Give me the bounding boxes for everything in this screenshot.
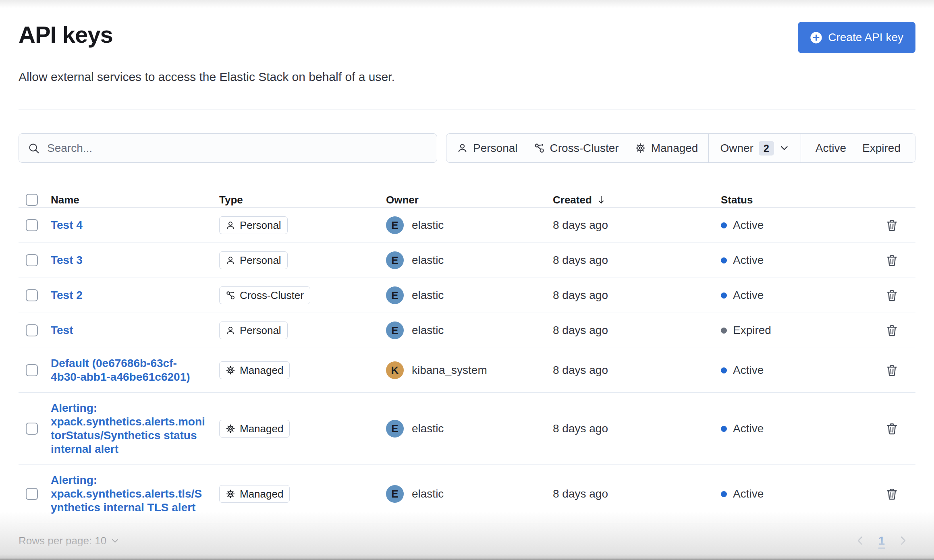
filter-managed[interactable]: Managed [627,134,706,162]
chevron-left-icon [854,535,866,547]
page-description: Allow external services to access the El… [19,70,915,84]
filter-active-label: Active [816,142,846,155]
filter-cross-cluster[interactable]: Cross-Cluster [526,134,627,162]
trash-icon [885,422,899,436]
filter-owner-dropdown[interactable]: Owner 2 [712,134,797,162]
table-row: Test 2 Cross-Cluster E elastic 8 days ag… [19,278,915,313]
delete-button[interactable] [884,322,900,339]
delete-button[interactable] [884,287,900,304]
type-badge-label: Cross-Cluster [240,289,304,301]
status-dot [721,426,727,432]
chevron-right-icon [897,535,909,547]
owner-name: elastic [412,254,444,267]
previous-page-button[interactable] [853,533,868,548]
api-key-name-link[interactable]: Alerting: xpack.synthetics.alerts.monito… [51,401,205,456]
delete-button[interactable] [884,421,900,437]
filter-expired[interactable]: Expired [854,134,909,162]
user-icon [226,220,235,230]
owner-avatar: E [386,485,404,503]
delete-button[interactable] [884,252,900,269]
rows-per-page-button[interactable]: Rows per page: 10 [19,535,120,547]
row-checkbox[interactable] [26,254,38,266]
column-header-type[interactable]: Type [219,194,386,206]
page-title: API keys [19,20,113,49]
status-dot [721,367,727,373]
filter-group: Personal Cross-Cluster Managed Owner 2 [446,133,915,163]
type-badge: Managed [219,361,290,379]
status-dot [721,328,727,334]
create-api-key-button[interactable]: Create API key [798,22,915,53]
created-cell: 8 days ago [553,414,721,444]
owner-filter-count-badge: 2 [759,141,774,156]
row-checkbox[interactable] [26,324,38,336]
rows-per-page-label: Rows per page: 10 [19,535,106,547]
row-checkbox[interactable] [26,219,38,231]
type-filter-segment: Personal Cross-Cluster Managed [446,134,708,162]
type-badge: Personal [219,321,288,339]
column-header-name-label: Name [51,194,79,206]
status-label: Active [733,219,764,232]
row-checkbox[interactable] [26,364,38,376]
search-icon [28,142,40,154]
filter-managed-label: Managed [651,142,698,155]
table-row: Test 4 Personal E elastic 8 days ago Act… [19,208,915,243]
api-key-name-link[interactable]: Test 4 [51,218,205,232]
gear-icon [635,143,646,153]
filter-active[interactable]: Active [807,134,854,162]
api-key-name-link[interactable]: Test 3 [51,253,205,267]
owner-filter-segment: Owner 2 [709,134,800,162]
api-key-name-link[interactable]: Default (0e67686b-63cf-4b30-abb1-a46be61… [51,357,205,384]
user-icon [226,255,235,265]
table-row: Test Personal E elastic 8 days ago Expir… [19,313,915,348]
created-cell: 8 days ago [553,479,721,509]
owner-name: elastic [412,289,444,302]
row-checkbox[interactable] [26,488,38,500]
owner-avatar: E [386,216,404,234]
cluster-icon [226,290,235,300]
status-label: Active [733,364,764,377]
delete-button[interactable] [884,217,900,234]
type-badge-label: Managed [240,364,283,376]
filter-cross-cluster-label: Cross-Cluster [550,142,619,155]
column-header-created[interactable]: Created [553,194,721,206]
page-number-button[interactable]: 1 [878,534,885,548]
create-api-key-label: Create API key [828,31,903,44]
column-header-status[interactable]: Status [721,194,870,206]
filter-personal[interactable]: Personal [449,134,526,162]
owner-avatar: K [386,361,404,379]
gear-icon [226,489,235,499]
trash-icon [885,324,899,337]
gear-icon [226,424,235,433]
owner-avatar: E [386,251,404,269]
type-badge: Personal [219,216,288,234]
table-header-row: Name Type Owner Created Status [19,185,915,208]
api-key-name-link[interactable]: Test 2 [51,288,205,302]
column-header-owner[interactable]: Owner [386,194,553,206]
select-all-checkbox[interactable] [26,194,38,206]
row-checkbox[interactable] [26,289,38,301]
trash-icon [885,364,899,377]
status-label: Active [733,422,764,435]
status-dot [721,257,727,263]
trash-icon [885,219,899,232]
trash-icon [885,487,899,501]
created-cell: 8 days ago [553,355,721,385]
plus-in-circle-icon [810,31,822,44]
delete-button[interactable] [884,362,900,379]
table-row: Alerting: xpack.synthetics.alerts.tls/Sy… [19,465,915,523]
delete-button[interactable] [884,486,900,502]
chevron-down-icon [110,536,120,545]
status-dot [721,491,727,497]
column-header-created-label: Created [553,194,592,206]
search-input[interactable] [47,142,428,155]
created-cell: 8 days ago [553,245,721,275]
status-label: Active [733,289,764,302]
table-row: Alerting: xpack.synthetics.alerts.monito… [19,393,915,465]
trash-icon [885,254,899,267]
next-page-button[interactable] [895,533,911,548]
row-checkbox[interactable] [26,423,38,435]
type-badge-label: Managed [240,488,283,500]
column-header-name[interactable]: Name [51,194,219,206]
api-key-name-link[interactable]: Test [51,324,205,337]
api-key-name-link[interactable]: Alerting: xpack.synthetics.alerts.tls/Sy… [51,473,205,514]
